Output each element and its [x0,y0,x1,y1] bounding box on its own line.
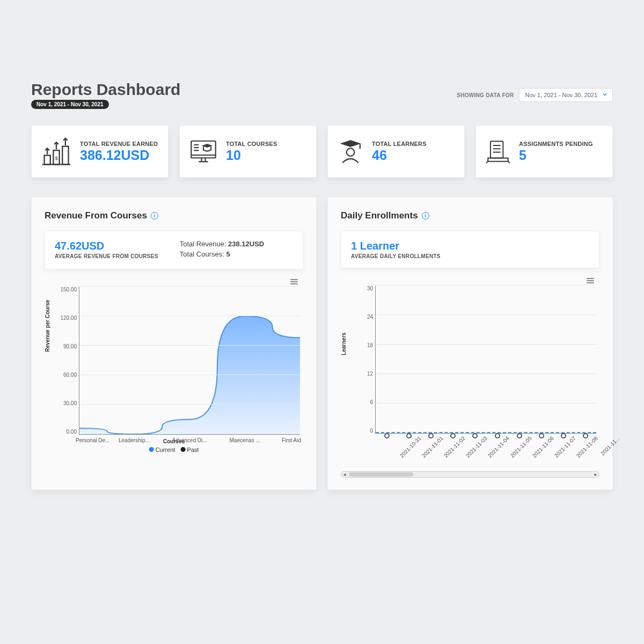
svg-rect-3 [62,147,68,165]
revenue-chart: Revenue per Course 150.00120.0090.0060.0… [45,279,303,456]
svg-point-19 [347,148,355,156]
stat-label: TOTAL LEARNERS [372,141,427,147]
stat-value: 46 [372,148,427,162]
date-range-pill: Nov 1, 2021 - Nov 30, 2021 [31,100,109,109]
total-courses-value: 5 [226,250,230,258]
stat-value: 5 [519,148,593,162]
chart-menu-icon[interactable] [587,277,594,284]
stat-total-learners[interactable]: TOTAL LEARNERS 46 [327,125,465,178]
total-courses-label: Total Courses: [180,250,224,258]
showing-data-for-label: SHOWING DATA FOR [457,92,514,98]
svg-text:$: $ [55,156,58,161]
avg-revenue-value: 47.62USD [55,240,158,252]
date-range-value: Nov 1, 2021 - Nov 30, 2021 [525,92,597,98]
scrollbar-thumb[interactable] [349,472,413,477]
chart-menu-icon[interactable] [290,278,298,286]
yaxis-label: Learners [341,333,347,355]
learner-icon [336,137,364,165]
svg-marker-17 [340,140,361,147]
total-revenue-value: 238.12USD [228,240,264,248]
total-revenue-label: Total Revenue: [180,240,226,248]
scroll-right-arrow[interactable]: ► [592,472,599,477]
date-range-select[interactable]: Nov 1, 2021 - Nov 30, 2021 [519,88,613,102]
svg-rect-20 [491,141,503,158]
panel-revenue-from-courses: Revenue From Courses i 47.62USD AVERAGE … [31,197,317,490]
stat-total-revenue[interactable]: $ TOTAL REVENUE EARNED 386.12USD [31,125,169,178]
bar-chart-arrow-icon: $ [40,135,72,167]
scroll-left-arrow[interactable]: ◄ [341,472,348,477]
stat-label: TOTAL REVENUE EARNED [80,141,158,147]
chart-legend: Current Past [149,447,199,453]
panel-daily-enrollments: Daily Enrollments i 1 Learner AVERAGE DA… [327,197,613,490]
stat-label: TOTAL COURSES [226,141,277,147]
stat-value: 10 [226,148,277,162]
info-icon[interactable]: i [422,212,429,219]
info-icon[interactable]: i [151,212,158,219]
yaxis-label: Revenue per Course [45,300,50,352]
panel-title-text: Revenue From Courses [45,210,147,221]
page-title: Reports Dashboard [31,80,180,99]
avg-revenue-label: AVERAGE REVENUE FROM COURSES [55,253,158,259]
avg-enrollments-label: AVERAGE DAILY ENROLLMENTS [351,253,441,259]
avg-enrollments-value: 1 Learner [351,240,441,252]
stat-total-courses[interactable]: TOTAL COURSES 10 [179,125,317,178]
monitor-graduation-icon [188,136,218,166]
enrollments-chart: Learners 3024181260 2021-10-312021-11-01… [341,278,599,455]
stat-value: 386.12USD [80,148,139,162]
svg-line-25 [486,162,488,163]
stat-label: ASSIGNMENTS PENDING [519,141,593,147]
svg-line-26 [508,162,510,163]
horizontal-scrollbar[interactable]: ◄ ► [341,471,599,478]
svg-rect-1 [45,156,50,165]
assignment-icon [485,138,511,165]
svg-rect-24 [488,158,508,162]
panel-title-text: Daily Enrollments [341,210,418,221]
chevron-down-icon [602,91,608,99]
stat-assignments-pending[interactable]: ASSIGNMENTS PENDING 5 [475,125,613,178]
